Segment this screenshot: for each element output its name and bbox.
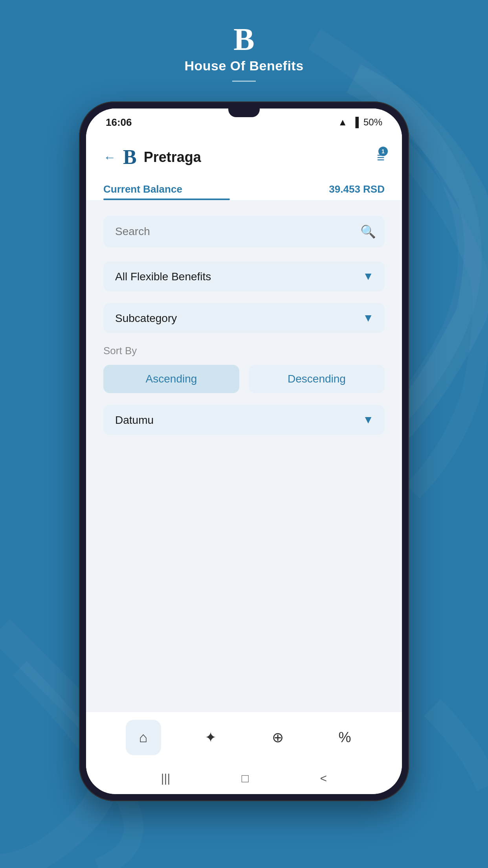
filter-icon-wrapper[interactable]: ≡ 1 (377, 150, 385, 165)
date-dropdown-wrapper: Datumu Date asc Date desc ▼ (103, 405, 385, 435)
nav-benefits[interactable]: ✦ (193, 720, 228, 755)
signal-icon: ▐ (352, 117, 359, 128)
date-dropdown[interactable]: Datumu Date asc Date desc (103, 405, 385, 435)
phone-device: 16:06 ▲ ▐ 50% ← B Pretraga ≡ (79, 101, 409, 801)
app-header-row: ← B Pretraga ≡ 1 (103, 147, 385, 167)
app-header: ← B Pretraga ≡ 1 Current Balance 39.453 … (86, 136, 402, 200)
subcategory-dropdown-wrapper: Subcategory Sub 1 Sub 2 ▼ (103, 303, 385, 333)
home-icon: ⌂ (139, 729, 148, 746)
sort-label: Sort By (103, 345, 385, 357)
main-content: 🔍 All Flexible Benefits Category 1 Categ… (86, 200, 402, 712)
android-nav: ||| □ < (86, 763, 402, 794)
benefits-icon: ✦ (205, 729, 216, 746)
brand-divider (232, 81, 256, 82)
phone-shell: 16:06 ▲ ▐ 50% ← B Pretraga ≡ (79, 101, 409, 801)
brand-name: House Of Benefits (184, 58, 303, 74)
bottom-nav: ⌂ ✦ ⊕ % (86, 712, 402, 763)
balance-label[interactable]: Current Balance (103, 183, 182, 195)
app-header-left: ← B Pretraga (103, 147, 201, 167)
category-dropdown-wrapper: All Flexible Benefits Category 1 Categor… (103, 261, 385, 291)
percent-icon: % (338, 729, 351, 746)
android-home-button[interactable]: □ (242, 772, 249, 785)
nav-card[interactable]: ⊕ (260, 720, 295, 755)
android-menu-button[interactable]: ||| (161, 772, 170, 785)
android-back-button[interactable]: < (320, 772, 327, 785)
brand-logo: B (233, 24, 254, 55)
descending-button[interactable]: Descending (249, 365, 385, 393)
subcategory-dropdown[interactable]: Subcategory Sub 1 Sub 2 (103, 303, 385, 333)
search-button[interactable]: 🔍 (360, 224, 376, 239)
balance-amount: 39.453 RSD (329, 183, 385, 195)
filter-badge: 1 (378, 147, 388, 156)
card-icon: ⊕ (272, 729, 284, 746)
status-time: 16:06 (106, 116, 132, 129)
phone-screen: 16:06 ▲ ▐ 50% ← B Pretraga ≡ (86, 108, 402, 794)
sort-buttons: Ascending Descending (103, 365, 385, 393)
phone-notch (228, 108, 260, 117)
nav-home[interactable]: ⌂ (126, 720, 161, 755)
top-brand: B House Of Benefits (184, 24, 303, 82)
wifi-icon: ▲ (338, 117, 347, 128)
balance-tab: Current Balance 39.453 RSD (103, 177, 385, 195)
category-dropdown[interactable]: All Flexible Benefits Category 1 Categor… (103, 261, 385, 291)
back-button[interactable]: ← (103, 150, 116, 165)
app-title: Pretraga (144, 149, 201, 166)
battery-text: 50% (363, 117, 382, 128)
search-input[interactable] (103, 216, 385, 247)
search-container: 🔍 (103, 216, 385, 247)
ascending-button[interactable]: Ascending (103, 365, 239, 393)
status-icons: ▲ ▐ 50% (338, 117, 382, 128)
nav-percent[interactable]: % (327, 720, 363, 755)
app-logo: B (123, 147, 137, 167)
